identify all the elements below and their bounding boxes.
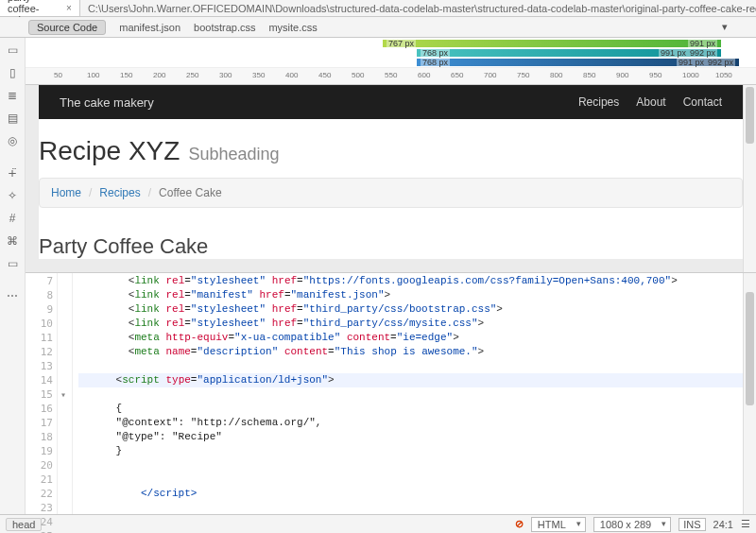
add-icon[interactable]: +̈ (5, 166, 20, 180)
bp-from: 768 px (421, 48, 450, 58)
phone-icon[interactable]: ▯ (5, 66, 20, 79)
more-icon[interactable]: ⋯ (5, 289, 20, 302)
star-icon[interactable]: ✧ (5, 189, 20, 202)
layers-icon[interactable]: ≣ (5, 89, 20, 102)
stylesheet-link[interactable]: bootstrap.css (194, 22, 255, 33)
insert-mode-button[interactable]: INS (679, 518, 705, 531)
error-icon[interactable]: ⊘ (515, 518, 524, 530)
dom-path[interactable]: head (6, 518, 42, 531)
stylesheet-link[interactable]: manifest.json (119, 22, 180, 33)
page-subtitle: Subheading (188, 145, 279, 163)
page-heading: Recipe XYZ Subheading (39, 136, 743, 178)
line-gutter: 7891011121314151617181920212223242526 (26, 273, 58, 514)
code-scrollbar[interactable] (743, 273, 756, 514)
code-editor[interactable]: 7891011121314151617181920212223242526 ▾ … (26, 272, 756, 514)
language-select[interactable]: HTML (531, 517, 586, 532)
left-tool-rail: ▭ ▯ ≣ ▤ ◎ +̈ ✧ # ⌘ ▭ ⋯ (0, 38, 26, 514)
tab-label: C:\Users\John.Warner.OFFICEDOMAIN\Downlo… (88, 3, 756, 14)
bp-to: 992 px (688, 48, 717, 58)
fold-toggle-icon[interactable]: ▾ (60, 387, 66, 402)
status-bar: head ⊘ HTML 1080 x 289 INS 24:1 ☰ (0, 514, 756, 533)
source-subtabs: Source Code manifest.json bootstrap.css … (0, 17, 756, 38)
code-text[interactable]: <link rel="stylesheet" href="https://fon… (73, 273, 756, 514)
stylesheet-link[interactable]: mysite.css (268, 22, 317, 33)
ruler: 50 100 150 200 250 300 350 400 450 500 5… (26, 68, 756, 85)
preview-scrollbar[interactable] (743, 85, 756, 272)
hash-icon[interactable]: # (5, 212, 20, 225)
settings-icon[interactable]: ☰ (741, 518, 750, 530)
blocks-icon[interactable]: ▤ (5, 112, 20, 125)
bp-to: 991 px (659, 48, 688, 58)
document-tab-active[interactable]: original-party-coffee-cake-recipe.html* … (0, 0, 80, 16)
bp-from: 767 px (387, 39, 416, 48)
document-tab[interactable]: C:\Users\John.Warner.OFFICEDOMAIN\Downlo… (80, 0, 756, 16)
document-tabbar: original-party-coffee-cake-recipe.html* … (0, 0, 756, 17)
page-icon[interactable]: ▭ (5, 43, 20, 57)
source-code-button[interactable]: Source Code (28, 20, 106, 35)
crumb-active: Coffee Cake (159, 186, 222, 199)
bp-to: 991 px (677, 58, 706, 67)
filter-icon[interactable]: ▾ (722, 21, 728, 33)
brand[interactable]: The cake makery (60, 95, 154, 110)
viewport-size-select[interactable]: 1080 x 289 (593, 517, 671, 532)
chat-icon[interactable]: ⌘ (5, 234, 20, 248)
comment-icon[interactable]: ▭ (5, 257, 20, 270)
nav-link[interactable]: About (636, 95, 665, 109)
nav-link[interactable]: Recipes (578, 95, 619, 109)
site-navbar: The cake makery Recipes About Contact (39, 85, 743, 119)
bp-to: 992 px (706, 58, 735, 67)
breakpoint-bar-green[interactable]: 767 px 991 px (383, 40, 721, 47)
breakpoint-bars: 767 px 991 px 768 px 991 px 992 px 768 p… (26, 38, 756, 68)
breakpoint-bar-blue[interactable]: 768 px 991 px 992 px (417, 59, 739, 66)
cursor-position: 24:1 (713, 519, 733, 530)
crumb-home[interactable]: Home (51, 186, 81, 199)
crumb-recipes[interactable]: Recipes (99, 186, 140, 199)
fold-gutter[interactable]: ▾ (58, 273, 73, 514)
breakpoint-bar-teal[interactable]: 768 px 991 px 992 px (417, 49, 721, 57)
bp-from: 768 px (421, 58, 450, 67)
page-preview: The cake makery Recipes About Contact Re… (26, 85, 756, 272)
target-icon[interactable]: ◎ (5, 134, 20, 147)
bp-to: 991 px (688, 39, 717, 48)
breadcrumb: Home/ Recipes/ Coffee Cake (39, 178, 743, 208)
page-title: Recipe XYZ (39, 136, 180, 165)
close-icon[interactable]: × (66, 3, 72, 13)
section-heading: Party Coffee Cake (39, 234, 743, 259)
nav-link[interactable]: Contact (683, 95, 722, 109)
